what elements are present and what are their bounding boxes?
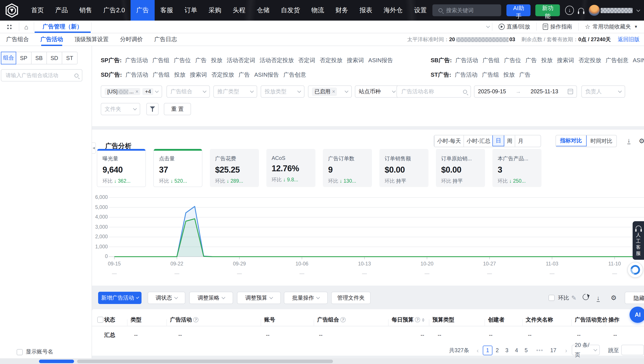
global-search-input[interactable] (445, 7, 498, 14)
info-icon[interactable] (415, 317, 420, 322)
date-range-picker[interactable]: 2025-09-15 → 2025-11-13 (474, 86, 577, 98)
page-ellipsis[interactable]: ••• (536, 346, 543, 355)
top-nav-item[interactable]: 首页 (26, 0, 50, 20)
site-currency-select[interactable]: 站点币种 (355, 86, 399, 98)
close-icon[interactable]: × (135, 88, 138, 94)
scrollbar-blue-segment[interactable] (39, 360, 74, 363)
quick-link[interactable]: 否定词 (298, 57, 315, 64)
quick-link[interactable]: 广告组 (152, 57, 169, 64)
toolbar-button[interactable]: 调整策略 (189, 292, 233, 304)
top-nav-item[interactable]: 采购 (203, 0, 227, 20)
quick-link[interactable]: 活动否定词 (227, 57, 255, 64)
page-size-select[interactable]: 20 条/页 (572, 345, 600, 355)
home-button[interactable]: ⌂ (19, 20, 34, 33)
granularity-option[interactable]: 月 (515, 135, 526, 147)
granularity-option[interactable]: 周 (504, 135, 515, 147)
portfolio-list-item[interactable] (6, 215, 87, 229)
quick-link[interactable]: 搜索词 (557, 57, 574, 64)
sort-icon[interactable] (422, 318, 424, 322)
portfolio-list-item[interactable] (6, 257, 87, 272)
portfolio-list-item[interactable] (6, 158, 87, 172)
top-nav-item[interactable]: 销售 (74, 0, 98, 20)
top-nav-item[interactable]: 仓储 (251, 0, 275, 20)
granularity-option[interactable]: 小时-每天 (434, 135, 464, 147)
quick-link[interactable]: 广告 (238, 72, 250, 78)
granularity-option[interactable]: 日 (493, 135, 504, 146)
top-nav-item[interactable]: 海外仓 (378, 0, 408, 20)
portfolio-list-item[interactable] (6, 130, 87, 144)
account-filter-select[interactable]: [US]...× +4 (101, 86, 162, 98)
sidebar-type-tab[interactable]: 组合 (1, 52, 16, 64)
campaign-name-search[interactable] (396, 86, 471, 98)
metric-card[interactable]: 订单销售额 $0.00 环比 持平 (380, 149, 428, 187)
portfolio-list-item[interactable] (6, 102, 87, 116)
campaign-name-input[interactable] (400, 88, 463, 95)
table-settings-gear-icon[interactable]: ⚙ (611, 294, 616, 302)
col-account[interactable]: 账号 (264, 313, 275, 326)
page-button[interactable]: 5 (521, 346, 531, 355)
quick-link[interactable]: 投放 (211, 57, 222, 64)
top-nav-item[interactable]: 订单 (179, 0, 203, 20)
quick-link[interactable]: 投放 (503, 72, 515, 78)
top-nav-item[interactable]: 客服 (155, 0, 179, 20)
sub-nav-item[interactable]: 广告日志 (154, 33, 177, 46)
top-nav-item[interactable]: 产品 (50, 0, 74, 20)
edit-icon[interactable]: ✎ (571, 294, 576, 302)
reset-button[interactable]: 重 置 (164, 103, 191, 115)
info-icon[interactable] (340, 317, 346, 322)
portfolio-list-item[interactable] (6, 116, 87, 130)
top-nav-item[interactable]: 物流 (306, 0, 330, 20)
sidebar-type-tab[interactable]: ST (62, 52, 78, 64)
metric-card[interactable]: 本广告产品... 3 环比 ↓ 250... (492, 149, 542, 187)
col-portfolio[interactable]: 广告组合 (317, 313, 346, 326)
chart-download-icon[interactable]: ↓ (627, 137, 630, 144)
tab-ad-management[interactable]: 广告管理（新） (34, 20, 91, 33)
col-bid[interactable]: 广告活动竞价 (575, 313, 608, 326)
apps-grid-button[interactable] (0, 20, 19, 33)
portfolio-list-item[interactable] (6, 272, 87, 286)
col-creator[interactable]: 创建者 (488, 313, 504, 326)
page-button[interactable]: 1 (483, 346, 492, 355)
toolbar-button[interactable]: 调整预算 (237, 292, 281, 304)
col-status[interactable]: 状态 (104, 313, 115, 326)
sidebar-search[interactable] (1, 69, 82, 82)
brand-logo-icon[interactable] (4, 3, 19, 18)
quick-link[interactable]: 投放 (174, 72, 186, 78)
quick-link[interactable]: ASIN报告 (633, 57, 644, 64)
sidebar-type-tab[interactable]: SB (32, 52, 47, 64)
support-headset-icon[interactable] (578, 7, 584, 14)
tabs-dropdown-chevron-icon[interactable] (486, 24, 490, 28)
toolbar-button[interactable]: 管理文件夹 (331, 292, 371, 304)
chart-settings-gear-icon[interactable]: ⚙ (639, 137, 644, 145)
advanced-filter-button[interactable] (146, 103, 158, 115)
assistant-logo-button[interactable] (627, 262, 643, 278)
global-search[interactable] (432, 4, 501, 16)
jump-page-input[interactable] (621, 345, 644, 355)
owner-filter-select[interactable]: 负责人 (581, 86, 625, 98)
toolbar-button[interactable]: 新增广告活动 (98, 292, 142, 304)
favorites-button[interactable]: ☆常用功能收藏夹▼ (579, 22, 644, 31)
sidebar-search-input[interactable] (5, 72, 70, 79)
quick-link[interactable]: 投放 (541, 57, 553, 64)
quick-link[interactable]: ASIN报告 (254, 72, 279, 78)
quick-link[interactable]: 广告活动 (126, 72, 148, 78)
top-nav-item[interactable]: 自发货 (275, 0, 306, 20)
sidebar-collapse-button[interactable]: ◀ (92, 142, 96, 154)
quick-link[interactable]: 广告组 (153, 72, 170, 78)
quick-link[interactable]: 否定投放 (578, 57, 601, 64)
metric-card[interactable]: 曝光量 9,640 环比 ↓ 362... (97, 149, 146, 187)
top-nav-item[interactable]: 设置 (408, 0, 432, 20)
show-account-checkbox[interactable] (17, 349, 23, 355)
scrollbar-thumb[interactable] (77, 360, 333, 363)
top-nav-item[interactable]: 财务 (330, 0, 354, 20)
metric-card[interactable]: 广告订单数 9 环比 ↓ 130... (323, 149, 372, 187)
portfolio-list-item[interactable] (6, 328, 87, 342)
hide-chart-button[interactable]: 隐藏图 (625, 292, 644, 304)
metric-card[interactable]: 订单原始销... $0.00 环比 持平 (436, 149, 485, 187)
ai-assistant-button[interactable]: AI助手 (507, 4, 531, 16)
metric-card[interactable]: ACoS 12.76% 环比 ↓ 9.8... (266, 149, 316, 187)
quick-link[interactable]: 广告 (195, 57, 206, 64)
quick-link[interactable]: 广告活动 (125, 57, 148, 64)
folder-filter-select[interactable]: 文件夹 (101, 103, 140, 115)
last-page-button[interactable]: 17 (548, 346, 558, 355)
